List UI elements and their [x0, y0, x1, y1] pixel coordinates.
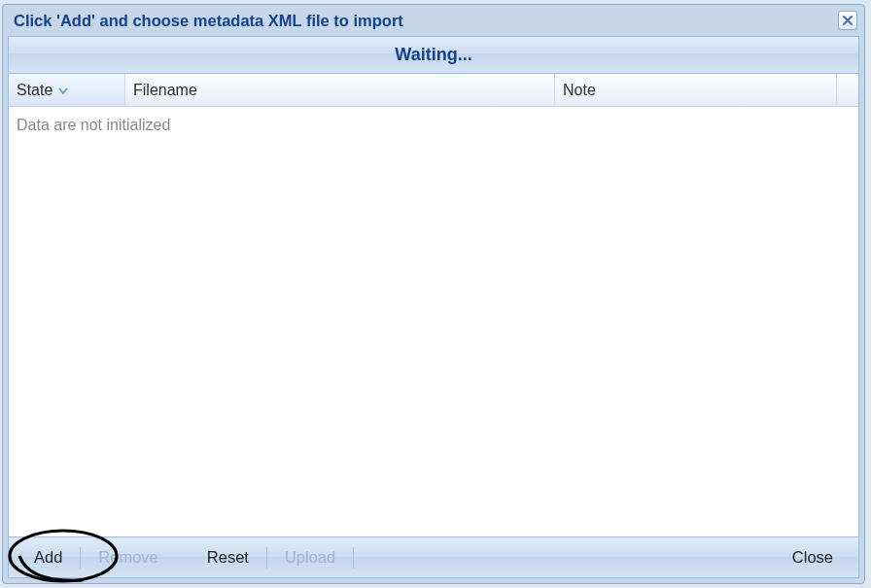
column-header-state[interactable]: State	[9, 74, 125, 106]
data-table: State Filename Note Data are not initial…	[9, 74, 858, 537]
add-button[interactable]: Add	[18, 544, 78, 571]
column-header-spacer	[837, 74, 858, 106]
import-dialog: Click 'Add' and choose metadata XML file…	[2, 4, 865, 584]
close-button[interactable]: Close	[777, 544, 849, 571]
column-label: State	[17, 82, 52, 99]
separator	[353, 547, 354, 569]
sort-descending-icon	[58, 82, 68, 99]
remove-button[interactable]: Remove	[83, 544, 173, 571]
title-bar: Click 'Add' and choose metadata XML file…	[8, 9, 859, 36]
table-body: Data are not initialized	[9, 107, 858, 536]
toolbar: Add Remove Reset Upload Close	[9, 537, 858, 577]
upload-button[interactable]: Upload	[269, 544, 351, 571]
column-label: Note	[563, 82, 596, 99]
dialog-title: Click 'Add' and choose metadata XML file…	[14, 12, 403, 30]
status-text: Waiting...	[395, 45, 471, 65]
dialog-body: Waiting... State Filename Note D	[8, 36, 859, 578]
separator	[266, 547, 267, 569]
status-bar: Waiting...	[9, 37, 858, 74]
reset-button[interactable]: Reset	[192, 544, 264, 571]
close-icon[interactable]	[838, 11, 857, 30]
table-header: State Filename Note	[9, 74, 858, 107]
column-header-note[interactable]: Note	[555, 74, 837, 106]
column-header-filename[interactable]: Filename	[125, 74, 555, 106]
toolbar-left: Add Remove Reset Upload	[18, 544, 356, 571]
empty-message: Data are not initialized	[17, 117, 170, 133]
separator	[80, 547, 81, 569]
column-label: Filename	[133, 82, 197, 99]
